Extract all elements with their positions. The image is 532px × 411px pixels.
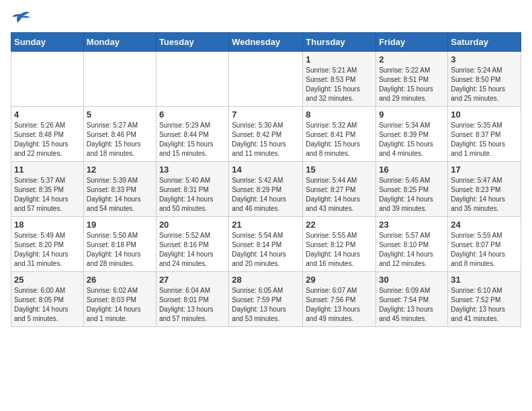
day-number: 7 [232,109,300,120]
day-info: Sunrise: 5:40 AM Sunset: 8:31 PM Dayligh… [159,176,226,214]
day-info: Sunrise: 5:39 AM Sunset: 8:33 PM Dayligh… [87,176,153,214]
day-info: Sunrise: 5:55 AM Sunset: 8:12 PM Dayligh… [306,231,373,269]
day-number: 1 [306,54,373,64]
calendar-cell [83,52,156,107]
calendar-cell: 16Sunrise: 5:45 AM Sunset: 8:25 PM Dayli… [376,162,448,217]
day-info: Sunrise: 5:37 AM Sunset: 8:35 PM Dayligh… [14,176,81,214]
day-number: 19 [87,220,153,230]
calendar-cell: 3Sunrise: 5:24 AM Sunset: 8:50 PM Daylig… [448,52,521,107]
calendar-cell: 30Sunrise: 6:09 AM Sunset: 7:54 PM Dayli… [376,272,448,327]
day-number: 6 [159,109,226,120]
calendar-table: SundayMondayTuesdayWednesdayThursdayFrid… [11,32,521,327]
day-info: Sunrise: 6:04 AM Sunset: 8:01 PM Dayligh… [159,286,226,324]
day-number: 20 [159,220,226,230]
calendar-cell: 5Sunrise: 5:27 AM Sunset: 8:46 PM Daylig… [83,107,156,162]
day-info: Sunrise: 5:24 AM Sunset: 8:50 PM Dayligh… [451,66,518,103]
day-number: 2 [379,54,445,64]
day-number: 9 [379,109,445,120]
calendar-week-row: 18Sunrise: 5:49 AM Sunset: 8:20 PM Dayli… [11,217,521,272]
day-number: 8 [306,109,373,120]
day-info: Sunrise: 5:52 AM Sunset: 8:16 PM Dayligh… [159,231,226,269]
calendar-week-row: 11Sunrise: 5:37 AM Sunset: 8:35 PM Dayli… [11,162,521,217]
day-number: 10 [451,109,518,120]
day-number: 21 [232,220,300,230]
day-info: Sunrise: 5:27 AM Sunset: 8:46 PM Dayligh… [87,121,153,158]
calendar-cell: 24Sunrise: 5:59 AM Sunset: 8:07 PM Dayli… [448,217,521,272]
calendar-cell: 7Sunrise: 5:30 AM Sunset: 8:42 PM Daylig… [229,107,303,162]
calendar-cell: 1Sunrise: 5:21 AM Sunset: 8:53 PM Daylig… [303,52,376,107]
calendar-cell: 18Sunrise: 5:49 AM Sunset: 8:20 PM Dayli… [11,217,84,272]
header [11,11,521,26]
calendar-cell: 4Sunrise: 5:26 AM Sunset: 8:48 PM Daylig… [11,107,84,162]
day-info: Sunrise: 5:54 AM Sunset: 8:14 PM Dayligh… [232,231,300,269]
day-number: 3 [451,54,518,64]
calendar-cell [11,52,84,107]
column-header-thursday: Thursday [303,33,376,52]
calendar-cell: 29Sunrise: 6:07 AM Sunset: 7:56 PM Dayli… [303,272,376,327]
calendar-cell: 27Sunrise: 6:04 AM Sunset: 8:01 PM Dayli… [156,272,228,327]
day-number: 28 [232,275,300,285]
column-header-saturday: Saturday [448,33,521,52]
column-header-friday: Friday [376,33,448,52]
day-info: Sunrise: 5:30 AM Sunset: 8:42 PM Dayligh… [232,121,300,158]
day-info: Sunrise: 5:45 AM Sunset: 8:25 PM Dayligh… [379,176,445,214]
calendar-cell: 21Sunrise: 5:54 AM Sunset: 8:14 PM Dayli… [229,217,303,272]
day-info: Sunrise: 5:47 AM Sunset: 8:23 PM Dayligh… [451,176,518,214]
calendar-cell: 26Sunrise: 6:02 AM Sunset: 8:03 PM Dayli… [83,272,156,327]
day-info: Sunrise: 5:26 AM Sunset: 8:48 PM Dayligh… [14,121,81,158]
day-number: 14 [232,165,300,175]
calendar-cell: 25Sunrise: 6:00 AM Sunset: 8:05 PM Dayli… [11,272,84,327]
day-number: 15 [306,165,373,175]
calendar-cell [229,52,303,107]
logo-bird-icon [11,11,31,26]
column-header-monday: Monday [83,33,156,52]
column-header-tuesday: Tuesday [156,33,228,52]
calendar-cell: 23Sunrise: 5:57 AM Sunset: 8:10 PM Dayli… [376,217,448,272]
day-info: Sunrise: 5:29 AM Sunset: 8:44 PM Dayligh… [159,121,226,158]
day-info: Sunrise: 6:00 AM Sunset: 8:05 PM Dayligh… [14,286,81,324]
calendar-cell: 12Sunrise: 5:39 AM Sunset: 8:33 PM Dayli… [83,162,156,217]
day-number: 17 [451,165,518,175]
day-info: Sunrise: 5:32 AM Sunset: 8:41 PM Dayligh… [306,121,373,158]
day-info: Sunrise: 5:42 AM Sunset: 8:29 PM Dayligh… [232,176,300,214]
day-info: Sunrise: 5:59 AM Sunset: 8:07 PM Dayligh… [451,231,518,269]
calendar-cell: 8Sunrise: 5:32 AM Sunset: 8:41 PM Daylig… [303,107,376,162]
calendar-cell: 2Sunrise: 5:22 AM Sunset: 8:51 PM Daylig… [376,52,448,107]
column-header-sunday: Sunday [11,33,84,52]
calendar-cell: 28Sunrise: 6:05 AM Sunset: 7:59 PM Dayli… [229,272,303,327]
day-number: 23 [379,220,445,230]
day-info: Sunrise: 5:49 AM Sunset: 8:20 PM Dayligh… [14,231,81,269]
day-info: Sunrise: 5:57 AM Sunset: 8:10 PM Dayligh… [379,231,445,269]
calendar-cell [156,52,228,107]
calendar-cell: 20Sunrise: 5:52 AM Sunset: 8:16 PM Dayli… [156,217,228,272]
calendar-cell: 6Sunrise: 5:29 AM Sunset: 8:44 PM Daylig… [156,107,228,162]
day-number: 31 [451,275,518,285]
calendar-cell: 13Sunrise: 5:40 AM Sunset: 8:31 PM Dayli… [156,162,228,217]
day-info: Sunrise: 6:05 AM Sunset: 7:59 PM Dayligh… [232,286,300,324]
day-info: Sunrise: 5:35 AM Sunset: 8:37 PM Dayligh… [451,121,518,158]
day-number: 12 [87,165,153,175]
calendar-cell: 14Sunrise: 5:42 AM Sunset: 8:29 PM Dayli… [229,162,303,217]
calendar-week-row: 1Sunrise: 5:21 AM Sunset: 8:53 PM Daylig… [11,52,521,107]
day-number: 5 [87,109,153,120]
day-info: Sunrise: 6:02 AM Sunset: 8:03 PM Dayligh… [87,286,153,324]
day-number: 25 [14,275,81,285]
day-info: Sunrise: 6:09 AM Sunset: 7:54 PM Dayligh… [379,286,445,324]
day-number: 27 [159,275,226,285]
day-number: 13 [159,165,226,175]
calendar-cell: 31Sunrise: 6:10 AM Sunset: 7:52 PM Dayli… [448,272,521,327]
logo [11,11,34,26]
day-number: 22 [306,220,373,230]
calendar-cell: 22Sunrise: 5:55 AM Sunset: 8:12 PM Dayli… [303,217,376,272]
calendar-cell: 19Sunrise: 5:50 AM Sunset: 8:18 PM Dayli… [83,217,156,272]
day-number: 30 [379,275,445,285]
day-info: Sunrise: 5:22 AM Sunset: 8:51 PM Dayligh… [379,66,445,103]
day-info: Sunrise: 5:50 AM Sunset: 8:18 PM Dayligh… [87,231,153,269]
calendar-week-row: 4Sunrise: 5:26 AM Sunset: 8:48 PM Daylig… [11,107,521,162]
day-number: 16 [379,165,445,175]
day-number: 29 [306,275,373,285]
day-number: 26 [87,275,153,285]
calendar-cell: 11Sunrise: 5:37 AM Sunset: 8:35 PM Dayli… [11,162,84,217]
calendar-cell: 15Sunrise: 5:44 AM Sunset: 8:27 PM Dayli… [303,162,376,217]
day-number: 11 [14,165,81,175]
